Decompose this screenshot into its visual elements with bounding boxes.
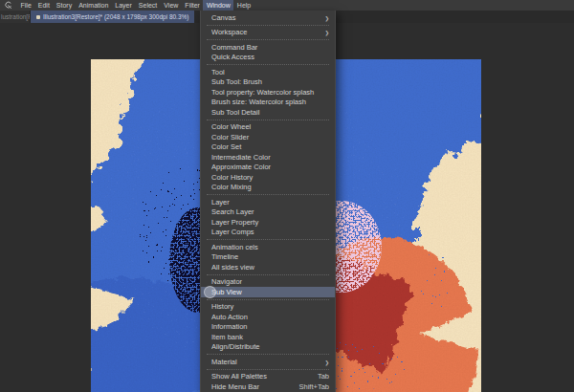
menubar-item-label: Story bbox=[56, 2, 72, 9]
menu-item-layer-comps[interactable]: Layer Comps bbox=[201, 228, 335, 238]
menu-item-navigator[interactable]: Navigator bbox=[201, 277, 335, 288]
menu-item-label: Item bank bbox=[211, 333, 329, 341]
menubar-item-filter[interactable]: Filter bbox=[182, 0, 204, 11]
menu-item-timeline[interactable]: Timeline bbox=[201, 252, 335, 263]
menu-item-canvas[interactable]: Canvas bbox=[201, 12, 335, 23]
menu-item-label: Layer bbox=[211, 198, 329, 207]
menu-item-label: Material bbox=[211, 358, 323, 366]
menu-item-sub-view[interactable]: Sub View bbox=[201, 287, 335, 297]
menu-item-color-history[interactable]: Color History bbox=[201, 172, 335, 183]
menu-separator bbox=[207, 274, 329, 275]
menu-bar: File Edit Story Animation Layer Select V… bbox=[0, 0, 574, 11]
menu-separator bbox=[207, 194, 329, 195]
chevron-right-icon bbox=[323, 13, 329, 22]
menu-item-label: Color Slider bbox=[211, 133, 329, 142]
menu-item-shortcut: Shift+Tab bbox=[299, 382, 329, 391]
menu-item-search-layer[interactable]: Search Layer bbox=[201, 207, 335, 218]
menu-item-color-wheel[interactable]: Color Wheel bbox=[201, 122, 335, 133]
menubar-item-label: Layer bbox=[115, 2, 132, 9]
menubar-item-story[interactable]: Story bbox=[53, 0, 75, 11]
menu-item-tool-property[interactable]: Tool property: Watercolor splash bbox=[201, 87, 335, 98]
menu-item-material[interactable]: Material bbox=[201, 357, 335, 367]
background-document-tab[interactable]: lustration[Rest bbox=[0, 11, 31, 23]
menubar-item-label: Help bbox=[237, 2, 251, 9]
menu-item-label: Layer Property bbox=[211, 218, 329, 227]
menu-item-label: Align/Distribute bbox=[211, 342, 329, 351]
menu-separator bbox=[207, 120, 329, 120]
chevron-right-icon bbox=[323, 28, 329, 36]
menu-item-align-distribute[interactable]: Align/Distribute bbox=[201, 342, 335, 353]
menubar-item-label: Select bbox=[139, 2, 157, 9]
menu-item-label: Tool bbox=[211, 68, 329, 76]
menu-item-label: Color History bbox=[211, 173, 329, 182]
menu-item-approximate-color[interactable]: Approximate Color bbox=[201, 163, 335, 173]
menubar-item-file[interactable]: File bbox=[17, 0, 34, 11]
menu-item-label: Layer Comps bbox=[211, 228, 329, 236]
menu-item-label: Sub Tool Detail bbox=[211, 108, 329, 117]
menubar-item-label: View bbox=[164, 2, 178, 9]
menu-item-label: Workspace bbox=[211, 28, 323, 36]
menu-item-label: Information bbox=[211, 322, 329, 331]
menubar-item-select[interactable]: Select bbox=[135, 0, 160, 11]
menubar-item-label: Window bbox=[207, 2, 231, 9]
menu-item-history[interactable]: History bbox=[201, 302, 335, 313]
menu-item-animation-cels[interactable]: Animation cels bbox=[201, 242, 335, 252]
menu-item-label: Sub Tool: Brush bbox=[211, 77, 329, 86]
menu-separator bbox=[207, 354, 329, 355]
menu-item-label: Color Wheel bbox=[211, 122, 329, 131]
menu-item-show-all-palettes[interactable]: Show All PalettesTab bbox=[201, 372, 335, 382]
active-document-tab[interactable]: Illustration3[Restore]* (2048 x 1798px 3… bbox=[31, 11, 194, 23]
menu-item-label: Sub View bbox=[211, 288, 329, 296]
chevron-right-icon bbox=[323, 358, 329, 366]
menu-item-label: Command Bar bbox=[211, 43, 329, 52]
menu-item-sub-tool-detail[interactable]: Sub Tool Detail bbox=[201, 107, 335, 118]
menu-item-workspace[interactable]: Workspace bbox=[201, 28, 335, 38]
menu-item-label: Auto Action bbox=[211, 313, 329, 321]
menubar-item-label: Edit bbox=[38, 2, 50, 9]
menu-item-color-mixing[interactable]: Color Mixing bbox=[201, 183, 335, 193]
menu-item-label: Show All Palettes bbox=[211, 372, 318, 381]
menu-item-label: Color Set bbox=[211, 142, 329, 151]
menubar-item-layer[interactable]: Layer bbox=[112, 0, 136, 11]
app-window: File Edit Story Animation Layer Select V… bbox=[0, 0, 574, 392]
menubar-item-help[interactable]: Help bbox=[233, 0, 254, 11]
menu-item-label: Navigator bbox=[211, 277, 329, 286]
menu-item-auto-action[interactable]: Auto Action bbox=[201, 312, 335, 322]
menubar-item-animation[interactable]: Animation bbox=[76, 0, 112, 11]
menubar-item-label: Animation bbox=[78, 2, 108, 9]
tab-label: lustration[Rest bbox=[1, 13, 31, 20]
menubar-item-view[interactable]: View bbox=[161, 0, 182, 11]
menu-separator bbox=[207, 39, 329, 40]
menu-item-command-bar[interactable]: Command Bar bbox=[201, 42, 335, 53]
menu-item-color-set[interactable]: Color Set bbox=[201, 142, 335, 153]
menu-separator bbox=[207, 25, 329, 26]
menu-item-label: Hide Menu Bar bbox=[211, 382, 299, 391]
menu-item-label: Canvas bbox=[211, 13, 323, 22]
menu-item-sub-tool[interactable]: Sub Tool: Brush bbox=[201, 77, 335, 88]
menu-item-information[interactable]: Information bbox=[201, 322, 335, 333]
unsaved-indicator-icon bbox=[36, 15, 40, 19]
menu-item-color-slider[interactable]: Color Slider bbox=[201, 132, 335, 142]
menu-item-shortcut: Tab bbox=[318, 372, 329, 381]
menu-separator bbox=[207, 299, 329, 300]
menu-item-label: Brush size: Watercolor splash bbox=[211, 98, 329, 106]
menu-separator bbox=[207, 64, 329, 65]
tab-label: Illustration3[Restore]* (2048 x 1798px 3… bbox=[43, 13, 188, 20]
menu-item-layer[interactable]: Layer bbox=[201, 197, 335, 207]
menu-item-layer-property[interactable]: Layer Property bbox=[201, 217, 335, 228]
cursor-highlight bbox=[204, 286, 216, 298]
menu-item-label: All sides view bbox=[211, 263, 329, 272]
menu-item-all-sides-view[interactable]: All sides view bbox=[201, 262, 335, 272]
menu-item-tool[interactable]: Tool bbox=[201, 67, 335, 77]
menubar-item-window[interactable]: Window bbox=[203, 0, 233, 11]
menu-item-intermediate-color[interactable]: Intermediate Color bbox=[201, 152, 335, 163]
menu-item-quick-access[interactable]: Quick Access bbox=[201, 53, 335, 63]
menu-separator bbox=[207, 239, 329, 240]
app-logo-icon[interactable] bbox=[4, 1, 12, 10]
menubar-item-edit[interactable]: Edit bbox=[34, 0, 53, 11]
menu-item-brush-size[interactable]: Brush size: Watercolor splash bbox=[201, 98, 335, 108]
menu-item-item-bank[interactable]: Item bank bbox=[201, 332, 335, 342]
menu-item-label: Color Mixing bbox=[211, 183, 329, 191]
menu-item-hide-menu-bar[interactable]: Hide Menu BarShift+Tab bbox=[201, 381, 335, 392]
menu-item-label: Search Layer bbox=[211, 207, 329, 216]
